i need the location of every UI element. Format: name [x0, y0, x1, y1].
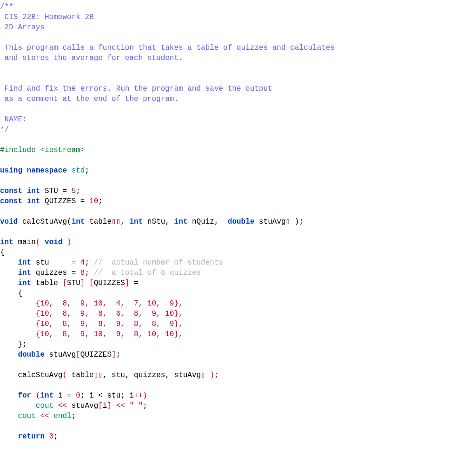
doc-comment-line: CIS 22B: Homework 2B: [0, 13, 94, 21]
kw-double: double: [228, 218, 255, 226]
kw-void: void: [45, 238, 62, 246]
kw-double: double: [18, 351, 45, 359]
kw-int: int: [40, 391, 53, 400]
kw-return: return: [18, 432, 45, 441]
kw-int: int: [174, 218, 188, 226]
number: 8: [80, 269, 85, 277]
doc-comment-line: Find and fix the errors. Run the program…: [0, 85, 272, 93]
code-block: /** CIS 22B: Homework 2B 2D Arrays This …: [0, 0, 476, 442]
placeholder-box-icon: ▯: [286, 218, 291, 226]
array-row: {10, 8, 9, 10, 4, 7, 10, 9},: [0, 299, 183, 308]
kw-int: int: [18, 259, 31, 267]
placeholder-box-icon: ▯: [201, 371, 205, 379]
fn-prototype: calcStuAvg(: [18, 218, 71, 226]
kw-using: using: [0, 166, 22, 175]
brace: {: [0, 248, 5, 257]
inline-comment: // a total of 8 quizzes: [94, 269, 201, 277]
ident-std: std: [72, 166, 85, 175]
placeholder-box-icon: ▯▯: [94, 371, 103, 379]
array-row: {10, 8, 9, 10, 9, 8, 10, 10},: [0, 330, 183, 338]
number: 5: [72, 187, 76, 195]
kw-int: int: [72, 218, 85, 226]
doc-comment-line: NAME:: [0, 115, 27, 124]
number: 0: [76, 391, 80, 400]
placeholder-box-icon: ▯▯: [112, 218, 120, 226]
kw-const: const: [0, 197, 22, 206]
const-name: QUIZZES: [45, 197, 76, 206]
array-row: {10, 8, 9, 8, 9, 8, 8, 9},: [0, 320, 183, 328]
kw-void: void: [0, 218, 18, 226]
doc-comment-open: /**: [0, 3, 13, 11]
kw-int: int: [0, 238, 13, 246]
kw-int: int: [18, 279, 31, 287]
inline-comment: // actual number of students: [94, 259, 223, 267]
const-name: STU: [45, 187, 58, 195]
doc-comment-close: */: [0, 126, 9, 134]
kw-int: int: [27, 187, 40, 195]
kw-namespace: namespace: [27, 166, 67, 175]
doc-comment-line: This program calls a function that takes…: [0, 44, 335, 52]
ident-cout: cout: [36, 402, 58, 410]
fn-call: calcStuAvg: [18, 371, 62, 379]
kw-int: int: [130, 218, 143, 226]
number: 4: [80, 259, 85, 267]
fn-main: main: [13, 238, 36, 246]
kw-for: for: [18, 391, 31, 400]
ident-cout: cout: [18, 412, 40, 420]
preprocessor-include: #include <iostream>: [0, 146, 85, 154]
number: 0: [49, 432, 54, 441]
doc-comment-line: as a comment at the end of the program.: [0, 95, 178, 103]
kw-int: int: [18, 269, 31, 277]
string-literal: " ": [130, 402, 143, 410]
kw-int: int: [27, 197, 40, 206]
doc-comment-line: 2D Arrays: [0, 23, 45, 32]
array-row: {10, 8, 9, 8, 6, 8, 9, 10},: [0, 310, 183, 318]
number: 10: [89, 197, 98, 206]
doc-comment-line: and stores the average for each student.: [0, 54, 183, 62]
ident-endl: endl: [53, 412, 71, 420]
kw-const: const: [0, 187, 22, 195]
